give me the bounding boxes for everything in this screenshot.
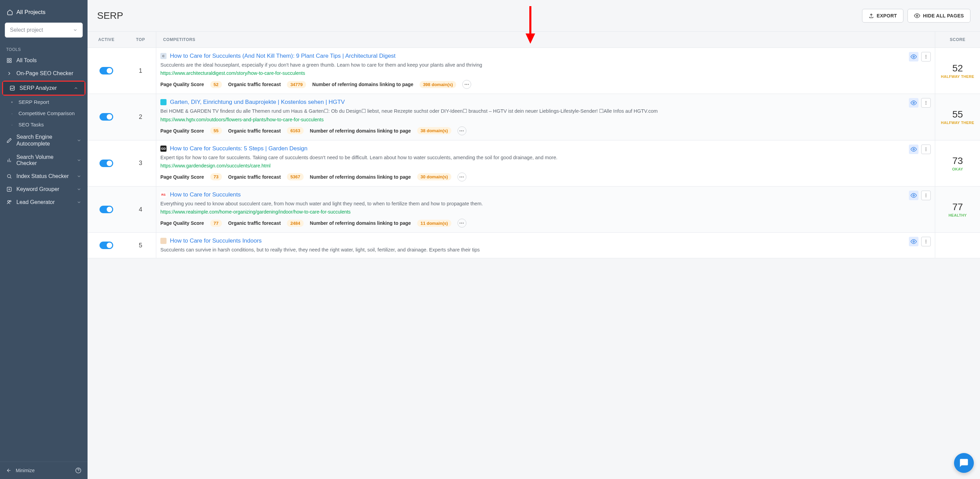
active-toggle[interactable] — [100, 241, 113, 249]
sub-seo-tasks[interactable]: · SEO Tasks — [3, 119, 88, 130]
svg-point-35 — [926, 195, 926, 196]
traffic-label: Organic traffic forecast — [228, 174, 281, 180]
all-projects-link[interactable]: All Projects — [5, 6, 83, 19]
traffic-label: Organic traffic forecast — [228, 128, 281, 133]
table-row: 1 C How to Care for Succulents (And Not … — [88, 48, 980, 94]
traffic-value: 6163 — [287, 127, 304, 134]
result-url[interactable]: https://www.architecturaldigest.com/stor… — [161, 70, 928, 76]
chevron-down-icon — [76, 200, 81, 205]
svg-point-30 — [926, 147, 926, 148]
active-toggle[interactable] — [100, 206, 113, 213]
help-icon[interactable] — [75, 467, 81, 474]
bullet-icon: • — [9, 99, 15, 105]
nav-keyword-grouper[interactable]: Keyword Grouper — [0, 183, 88, 196]
result-description: Succulents can survive in harsh conditio… — [161, 246, 928, 253]
col-competitors-header: COMPETITORS — [156, 32, 935, 48]
more-metrics-button[interactable]: ⋯ — [462, 80, 471, 89]
svg-point-22 — [926, 55, 926, 56]
chevron-up-icon — [73, 86, 78, 90]
svg-point-33 — [913, 195, 915, 197]
nav-volume-checker[interactable]: Search Volume Checker — [0, 151, 88, 170]
nav-label: Search Engine Autocomplete — [16, 133, 73, 147]
nav-lead-generator[interactable]: Lead Generator — [0, 196, 88, 209]
rank-cell: 5 — [125, 233, 156, 258]
traffic-value: 2484 — [287, 220, 304, 227]
visibility-button[interactable] — [909, 190, 918, 200]
nav-autocomplete[interactable]: Search Engine Autocomplete — [0, 130, 88, 151]
nav-label: All Tools — [16, 57, 37, 63]
sidebar: All Projects Select project TOOLS All To… — [0, 0, 88, 479]
bullet-icon: · — [9, 110, 15, 116]
more-menu-button[interactable] — [921, 52, 931, 62]
table-row: 5 How to Care for Succulents Indoors Suc… — [88, 233, 980, 258]
result-description: Succulents are the ideal houseplant, esp… — [161, 62, 928, 68]
result-url[interactable]: https://www.gardendesign.com/succulents/… — [161, 163, 928, 168]
hide-all-button[interactable]: HIDE ALL PAGES — [907, 9, 970, 22]
svg-point-27 — [926, 103, 926, 103]
score-value: 52 — [952, 63, 963, 74]
visibility-button[interactable] — [909, 237, 918, 246]
eye-icon — [914, 13, 920, 19]
rank-cell: 4 — [125, 187, 156, 232]
nav-onpage-seo[interactable]: On-Page SEO Checker — [0, 67, 88, 80]
favicon: RS — [161, 192, 167, 198]
svg-point-21 — [913, 56, 915, 58]
favicon — [161, 99, 167, 105]
traffic-label: Organic traffic forecast — [228, 220, 281, 226]
pqs-value: 55 — [210, 127, 222, 134]
col-top-header: TOP — [125, 32, 156, 48]
result-title-link[interactable]: How to Care for Succulents: 5 Steps | Ga… — [170, 145, 307, 152]
traffic-label: Organic traffic forecast — [228, 82, 281, 87]
project-select[interactable]: Select project — [5, 22, 83, 38]
more-menu-button[interactable] — [921, 237, 931, 246]
users-icon — [6, 199, 12, 205]
traffic-value: 5367 — [287, 173, 304, 181]
score-value: 55 — [952, 109, 963, 120]
result-title-link[interactable]: How to Care for Succulents — [170, 191, 241, 198]
nav-serp-analyzer[interactable]: SERP Analyzer — [3, 82, 84, 95]
result-title-link[interactable]: How to Care for Succulents (And Not Kill… — [170, 52, 396, 59]
score-label: OKAY — [952, 167, 963, 171]
more-menu-button[interactable] — [921, 190, 931, 200]
rank-cell: 1 — [125, 48, 156, 94]
nav-label: On-Page SEO Checker — [16, 70, 73, 76]
more-metrics-button[interactable]: ⋯ — [458, 127, 466, 135]
table-row: 3 GD How to Care for Succulents: 5 Steps… — [88, 140, 980, 187]
more-metrics-button[interactable]: ⋯ — [458, 219, 466, 228]
nav-index-checker[interactable]: Index Status Checker — [0, 170, 88, 183]
rank-cell: 2 — [125, 94, 156, 140]
more-metrics-button[interactable]: ⋯ — [458, 173, 466, 181]
visibility-button[interactable] — [909, 98, 918, 108]
export-button[interactable]: EXPORT — [862, 9, 904, 22]
minimize-sidebar[interactable]: Minimize — [0, 462, 88, 479]
more-menu-button[interactable] — [921, 98, 931, 108]
result-title-link[interactable]: How to Care for Succulents Indoors — [170, 238, 262, 244]
project-select-placeholder: Select project — [10, 27, 43, 33]
nav-all-tools[interactable]: All Tools — [0, 54, 88, 67]
serp-analyzer-submenu: • SERP Report · Competitive Comparison ·… — [0, 96, 88, 130]
svg-point-28 — [926, 104, 926, 105]
result-title-link[interactable]: Garten, DIY, Einrichtung und Bauprojekte… — [170, 99, 345, 106]
visibility-button[interactable] — [909, 144, 918, 154]
page-title: SERP — [97, 10, 123, 21]
visibility-button[interactable] — [909, 52, 918, 62]
export-label: EXPORT — [877, 13, 897, 19]
sub-serp-report[interactable]: • SERP Report — [3, 96, 88, 108]
result-url[interactable]: https://www.hgtv.com/outdoors/flowers-an… — [161, 117, 928, 122]
svg-point-24 — [926, 58, 926, 59]
referring-label: Number of referring domains linking to p… — [310, 128, 411, 133]
score-label: HALFWAY THERE — [941, 75, 974, 79]
chevron-down-icon — [76, 158, 81, 163]
svg-point-9 — [8, 174, 11, 178]
active-toggle[interactable] — [100, 113, 113, 121]
search-icon — [6, 173, 12, 179]
chat-widget[interactable] — [954, 453, 974, 473]
result-url[interactable]: https://www.realsimple.com/home-organizi… — [161, 209, 928, 214]
result-description: Expert tips for how to care for succulen… — [161, 154, 928, 161]
more-menu-button[interactable] — [921, 144, 931, 154]
sub-competitive[interactable]: · Competitive Comparison — [3, 108, 88, 119]
svg-point-38 — [926, 240, 926, 241]
active-toggle[interactable] — [100, 67, 113, 75]
main-content: SERP EXPORT HIDE ALL PAGES ACTIVE TOP — [88, 0, 980, 479]
active-toggle[interactable] — [100, 160, 113, 167]
